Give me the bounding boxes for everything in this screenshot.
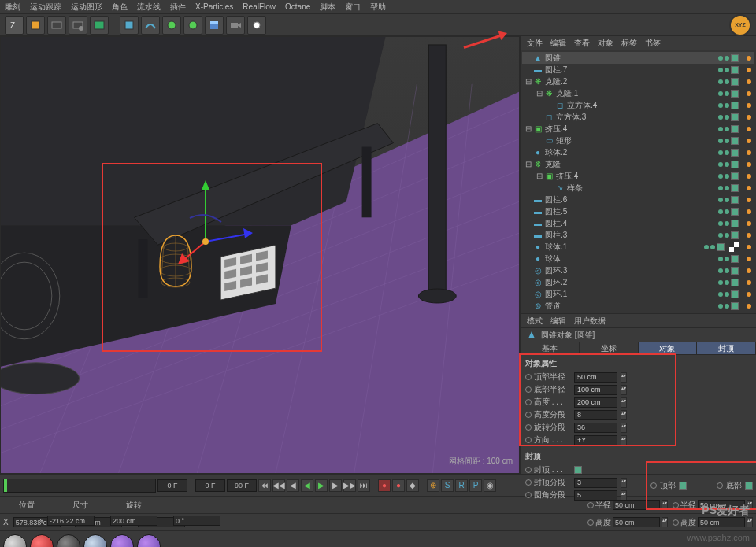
record-button[interactable]: ●: [378, 479, 391, 492]
keyframe-sel-button[interactable]: ◆: [406, 479, 419, 492]
material-env[interactable]: [83, 534, 107, 548]
cap-top-height[interactable]: [613, 517, 660, 527]
spinner[interactable]: ▴▾: [621, 372, 627, 383]
om-edit[interactable]: 编辑: [550, 38, 566, 48]
tree-item[interactable]: ▭矩形: [522, 135, 754, 146]
cap-checkbox[interactable]: [574, 466, 582, 474]
material-grey[interactable]: [3, 534, 27, 548]
tree-item[interactable]: ●球体.1: [522, 241, 754, 253]
move-gizmo[interactable]: [166, 218, 245, 297]
next-key-button[interactable]: ▶▶: [343, 479, 356, 492]
menu-script[interactable]: 脚本: [320, 2, 335, 13]
om-object[interactable]: 对象: [598, 38, 613, 48]
attr-tab-basic[interactable]: 基本: [521, 342, 580, 354]
cube-primitive-button[interactable]: [26, 16, 45, 35]
object-tree[interactable]: ▲圆锥▬圆柱.7⊟❋克隆.2⊟❋克隆.1◻立方体.4◻立方体.3⊟▣挤压.4▭矩…: [521, 50, 756, 313]
cap-top-radius[interactable]: [613, 500, 660, 510]
om-file[interactable]: 文件: [527, 38, 543, 48]
render-settings-button[interactable]: [69, 16, 87, 35]
pos-y[interactable]: [47, 516, 94, 526]
property-input[interactable]: [574, 397, 617, 408]
timeline-current[interactable]: [158, 479, 187, 492]
tree-item[interactable]: ∿样条: [522, 182, 754, 194]
om-view[interactable]: 查看: [574, 38, 590, 48]
tree-item[interactable]: ▬圆柱.6: [522, 194, 754, 205]
tree-item[interactable]: ▬圆柱.4: [522, 217, 754, 229]
attr-tab-caps[interactable]: 封顶: [697, 342, 756, 354]
tree-item[interactable]: ◻立方体.3: [522, 111, 754, 123]
play-button[interactable]: ▶: [315, 479, 328, 492]
tree-item[interactable]: ⊟❋克隆: [522, 158, 754, 170]
autokey-button[interactable]: ●: [392, 479, 405, 492]
goto-end-button[interactable]: ⏭: [358, 479, 370, 492]
spline-button[interactable]: [141, 16, 160, 35]
timeline-max[interactable]: [227, 479, 257, 492]
attr-mode[interactable]: 模式: [527, 316, 543, 326]
material-purple2[interactable]: [137, 534, 161, 548]
timeline-min[interactable]: [195, 479, 225, 492]
axis-lock-button[interactable]: XYZ: [729, 14, 751, 36]
attr-userdata[interactable]: 用户数据: [574, 316, 606, 326]
cap-seg-input[interactable]: [574, 478, 617, 488]
spinner[interactable]: ▴▾: [621, 385, 627, 395]
tree-item[interactable]: ▬圆柱.3: [522, 229, 754, 241]
material-red[interactable]: [30, 534, 54, 548]
tree-item[interactable]: ◻立方体.4: [522, 99, 754, 111]
property-input[interactable]: [574, 385, 617, 395]
material-purple1[interactable]: [110, 534, 134, 548]
viewport[interactable]: 网格间距 : 100 cm: [0, 36, 520, 474]
play-back-button[interactable]: ◀: [301, 479, 313, 492]
scale-key-button[interactable]: S: [441, 479, 454, 492]
pla-key-button[interactable]: ◉: [484, 479, 496, 492]
render-button[interactable]: [47, 16, 66, 35]
camera-button[interactable]: [226, 16, 245, 35]
size-y[interactable]: [110, 516, 158, 526]
prev-frame-button[interactable]: ◀: [287, 479, 299, 492]
picture-viewer-button[interactable]: [90, 16, 109, 35]
menu-realflow[interactable]: RealFlow: [243, 2, 276, 11]
tree-item[interactable]: ◎圆环.1: [522, 288, 754, 300]
light-button[interactable]: [247, 16, 266, 35]
next-frame-button[interactable]: ▶: [329, 479, 342, 492]
spinner[interactable]: ▴▾: [621, 435, 627, 445]
om-bookmarks[interactable]: 书签: [645, 38, 661, 48]
deformer-button[interactable]: [183, 16, 202, 35]
attr-edit[interactable]: 编辑: [550, 316, 566, 326]
tree-item[interactable]: ⊟❋克隆.2: [522, 76, 754, 87]
menu-plugins[interactable]: 插件: [170, 2, 186, 13]
tree-item[interactable]: ⊟❋克隆.1: [522, 87, 754, 99]
attr-tab-coord[interactable]: 坐标: [580, 342, 639, 354]
tree-item[interactable]: ▬圆柱.7: [522, 64, 754, 76]
property-input[interactable]: [574, 410, 617, 420]
param-key-button[interactable]: P: [469, 479, 482, 492]
menu-character[interactable]: 角色: [112, 2, 128, 13]
tree-item[interactable]: ●球体: [522, 253, 754, 264]
menu-help[interactable]: 帮助: [370, 2, 386, 13]
undo-button[interactable]: Z: [5, 16, 24, 35]
spinner[interactable]: ▴▾: [621, 410, 627, 420]
menu-window[interactable]: 窗口: [345, 2, 361, 13]
cap-bot-check[interactable]: [745, 482, 753, 490]
timeline-track[interactable]: [3, 479, 156, 493]
tree-item[interactable]: ▬圆柱.5: [522, 205, 754, 217]
tree-item[interactable]: ⊟▣挤压.4: [522, 123, 754, 135]
menu-octane[interactable]: Octane: [285, 2, 310, 11]
menu-sculpt[interactable]: 雕刻: [5, 2, 20, 13]
environment-button[interactable]: [205, 16, 224, 35]
om-tags[interactable]: 标签: [621, 38, 637, 48]
property-input[interactable]: [574, 372, 617, 383]
menu-xparticles[interactable]: X-Particles: [195, 2, 233, 11]
material-dark[interactable]: [57, 534, 80, 548]
generator-button[interactable]: [162, 16, 181, 35]
prev-key-button[interactable]: ◀◀: [272, 479, 285, 492]
tree-item[interactable]: ▲圆锥: [522, 52, 754, 64]
menu-tracker[interactable]: 运动跟踪: [30, 2, 61, 13]
tree-item[interactable]: ◎圆环.3: [522, 264, 754, 276]
primitive-button[interactable]: [120, 16, 139, 35]
tree-item[interactable]: ●球体.2: [522, 146, 754, 158]
spinner[interactable]: ▴▾: [621, 397, 627, 408]
attr-tab-object[interactable]: 对象: [639, 342, 698, 354]
property-input[interactable]: [574, 423, 617, 433]
cap-bot-height[interactable]: [698, 517, 745, 527]
menu-pipeline[interactable]: 流水线: [137, 2, 161, 13]
